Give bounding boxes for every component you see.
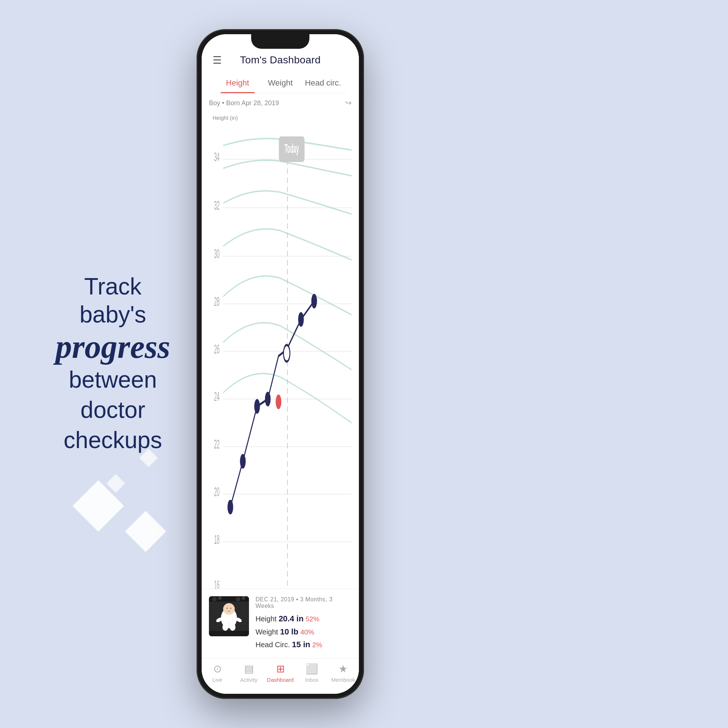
hero-line5: doctor xyxy=(29,395,197,425)
data-point-open xyxy=(284,345,290,361)
nav-dashboard[interactable]: ⊞ Dashboard xyxy=(265,663,296,683)
nav-inbox-label: Inbox xyxy=(305,677,318,683)
svg-text:30: 30 xyxy=(214,246,219,261)
nav-membook-label: Membook xyxy=(331,677,355,683)
live-icon: ⊙ xyxy=(213,663,222,675)
hamburger-icon[interactable]: ☰ xyxy=(213,54,222,66)
baby-info-text: Boy • Born Apr 28, 2019 xyxy=(209,99,279,107)
membook-icon: ★ xyxy=(338,663,348,675)
tab-head-circ[interactable]: Head circ. xyxy=(302,73,344,93)
data-point-2m xyxy=(254,399,260,413)
data-point-3m xyxy=(265,392,271,406)
dashboard-icon: ⊞ xyxy=(276,663,284,675)
tab-height[interactable]: Height xyxy=(216,73,259,93)
baby-photo xyxy=(209,596,249,636)
nav-activity[interactable]: ▤ Activity xyxy=(233,663,264,683)
svg-point-36 xyxy=(227,608,228,609)
card-weight-measurement: Weight 10 lb 40% xyxy=(255,626,352,638)
measurement-tabs: Height Weight Head circ. xyxy=(213,73,348,93)
hero-line2: baby's xyxy=(29,301,197,329)
svg-text:32: 32 xyxy=(214,198,219,213)
nav-live-label: Live xyxy=(212,677,222,683)
head-label: Head Circ. xyxy=(255,641,290,648)
hero-line1: Track xyxy=(29,273,197,301)
svg-point-27 xyxy=(218,596,222,600)
svg-point-35 xyxy=(230,624,236,631)
svg-text:18: 18 xyxy=(214,532,219,547)
hero-line3: progress xyxy=(29,329,197,365)
svg-text:34: 34 xyxy=(214,150,219,164)
nav-live[interactable]: ⊙ Live xyxy=(202,663,233,683)
svg-point-39 xyxy=(228,626,230,627)
nav-activity-label: Activity xyxy=(240,677,258,683)
svg-point-34 xyxy=(222,624,228,631)
svg-point-31 xyxy=(223,603,235,615)
head-pct: 2% xyxy=(312,641,322,648)
svg-point-37 xyxy=(230,608,231,609)
height-label: Height xyxy=(255,615,277,623)
card-head-measurement: Head Circ. 15 in 2% xyxy=(255,638,352,651)
share-icon[interactable]: ↪ xyxy=(345,98,352,108)
phone-screen: ☰ Tom's Dashboard Height Weight Head cir… xyxy=(202,34,359,694)
inbox-icon: ⬜ xyxy=(305,663,318,675)
diamond-large-2 xyxy=(125,511,166,552)
svg-text:22: 22 xyxy=(214,437,219,451)
baby-info-bar: Boy • Born Apr 28, 2019 ↪ xyxy=(202,93,359,113)
nav-inbox[interactable]: ⬜ Inbox xyxy=(296,663,327,683)
data-point-7m xyxy=(311,294,317,308)
svg-text:16: 16 xyxy=(214,578,219,589)
svg-point-28 xyxy=(236,597,240,601)
weight-pct: 40% xyxy=(300,628,314,636)
phone-shell: ☰ Tom's Dashboard Height Weight Head cir… xyxy=(197,29,364,699)
diamond-small-2 xyxy=(107,474,125,493)
data-point-birth xyxy=(228,500,233,514)
hero-line6: checkups xyxy=(29,425,197,455)
svg-text:20: 20 xyxy=(214,485,219,499)
nav-membook[interactable]: ★ Membook xyxy=(327,663,359,683)
tab-weight[interactable]: Weight xyxy=(259,73,301,93)
growth-chart: Height (in) 34 32 30 28 26 24 22 20 18 1… xyxy=(202,113,359,589)
svg-text:24: 24 xyxy=(214,390,219,404)
phone-device: ☰ Tom's Dashboard Height Weight Head cir… xyxy=(197,29,364,699)
height-pct: 52% xyxy=(305,615,319,623)
chart-y-label: Height (in) xyxy=(209,113,352,123)
dashboard-title: Tom's Dashboard xyxy=(240,54,321,66)
data-point-1m xyxy=(240,454,246,468)
card-date: DEC 21, 2019 • 3 Months, 3 Weeks xyxy=(255,596,352,609)
svg-text:28: 28 xyxy=(214,294,219,309)
left-hero-text: Track baby's progress between doctor che… xyxy=(29,273,197,455)
nav-dashboard-label: Dashboard xyxy=(267,677,294,683)
svg-text:26: 26 xyxy=(214,342,219,356)
measurement-card: DEC 21, 2019 • 3 Months, 3 Weeks Height … xyxy=(202,589,359,658)
svg-rect-25 xyxy=(209,631,249,636)
bottom-navigation: ⊙ Live ▤ Activity ⊞ Dashboard ⬜ Inbox xyxy=(202,658,359,694)
data-point-highlighted xyxy=(275,395,281,409)
chart-svg: 34 32 30 28 26 24 22 20 18 16 xyxy=(209,123,352,589)
svg-text:Today: Today xyxy=(284,141,299,156)
phone-notch xyxy=(251,34,309,49)
baby-photo-svg xyxy=(209,596,249,636)
svg-point-29 xyxy=(242,596,245,600)
data-point-6m xyxy=(298,312,304,327)
header-top-bar: ☰ Tom's Dashboard xyxy=(213,54,348,66)
weight-value: 10 lb xyxy=(280,627,298,636)
activity-icon: ▤ xyxy=(244,663,254,675)
svg-point-26 xyxy=(212,597,217,601)
svg-point-38 xyxy=(228,623,230,624)
card-measurements-info: DEC 21, 2019 • 3 Months, 3 Weeks Height … xyxy=(255,596,352,651)
card-height-measurement: Height 20.4 in 52% xyxy=(255,612,352,625)
head-value: 15 in xyxy=(292,640,310,649)
hero-line4: between xyxy=(29,365,197,395)
weight-label: Weight xyxy=(255,628,278,636)
height-value: 20.4 in xyxy=(278,614,303,623)
app-screen: ☰ Tom's Dashboard Height Weight Head cir… xyxy=(202,34,359,694)
